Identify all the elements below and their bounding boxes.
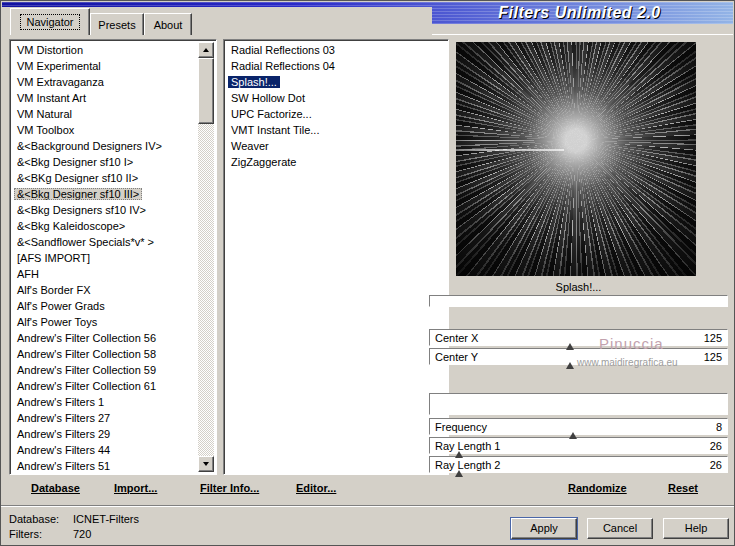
- tab-about[interactable]: About: [144, 13, 192, 35]
- filter-list-item[interactable]: Splash!...: [226, 74, 446, 90]
- navigator-list-item[interactable]: Andrew's Filters 27: [12, 410, 197, 426]
- navigator-list-item[interactable]: &<Bkg Designers sf10 IV>: [12, 202, 197, 218]
- preview-image[interactable]: [456, 42, 696, 276]
- navigator-scrollbar[interactable]: [198, 42, 214, 472]
- filter-list-item[interactable]: Radial Reflections 03: [226, 42, 446, 58]
- randomize-button[interactable]: Randomize: [568, 482, 627, 494]
- slider-thumb-icon[interactable]: [455, 451, 463, 458]
- scroll-down-button[interactable]: [198, 456, 214, 472]
- navigator-list-item[interactable]: Andrew's Filters 1: [12, 394, 197, 410]
- param-row: Ray Length 226: [429, 456, 728, 475]
- navigator-list-item[interactable]: Andrew's Filters 29: [12, 426, 197, 442]
- filter-list-item[interactable]: Radial Reflections 04: [226, 58, 446, 74]
- arrow-down-icon: [203, 462, 209, 466]
- database-button[interactable]: Database: [31, 482, 80, 494]
- arrow-up-icon: [203, 48, 209, 52]
- navigator-list-item[interactable]: &<Bkg Designer sf10 III>: [12, 186, 197, 202]
- filter-list-item[interactable]: UPC Factorize...: [226, 106, 446, 122]
- navigator-list-item[interactable]: VM Instant Art: [12, 90, 197, 106]
- navigator-list-item[interactable]: VM Experimental: [12, 58, 197, 74]
- database-status-label: Database:: [9, 513, 59, 525]
- help-button[interactable]: Help: [663, 518, 729, 539]
- apply-button[interactable]: Apply: [511, 518, 577, 539]
- filters-unlimited-window: Filters Unlimited 2.0 Navigator Presets …: [0, 0, 735, 546]
- navigator-list-item[interactable]: VM Distortion: [12, 42, 197, 58]
- param-value: 125: [704, 351, 722, 363]
- navigator-list-item[interactable]: Andrew's Filter Collection 56: [12, 330, 197, 346]
- filter-list-item[interactable]: Weaver: [226, 138, 446, 154]
- watermark-name: Pinuccia: [599, 335, 664, 352]
- param-row: Ray Length 126: [429, 437, 728, 456]
- filter-info-button[interactable]: Filter Info...: [200, 482, 259, 494]
- tab-presets-label: Presets: [98, 19, 135, 31]
- scroll-up-button[interactable]: [198, 42, 214, 58]
- param-label: Ray Length 1: [435, 440, 500, 452]
- navigator-list-item[interactable]: Andrew's Filter Collection 61: [12, 378, 197, 394]
- database-status-value: ICNET-Filters: [73, 513, 139, 525]
- navigator-list-item[interactable]: &<Bkg Kaleidoscope>: [12, 218, 197, 234]
- reset-button[interactable]: Reset: [668, 482, 698, 494]
- navigator-list-item[interactable]: Alf's Power Grads: [12, 298, 197, 314]
- cancel-button[interactable]: Cancel: [587, 518, 653, 539]
- progress-bar: [429, 295, 728, 307]
- param-group-bottom: Frequency8Ray Length 126Ray Length 226: [429, 418, 728, 475]
- navigator-list-items: VM DistortionVM ExperimentalVM Extravaga…: [12, 42, 197, 472]
- param-slider-bar[interactable]: Ray Length 226: [429, 456, 728, 473]
- navigator-list: VM DistortionVM ExperimentalVM Extravaga…: [9, 39, 217, 475]
- filter-list: Radial Reflections 03Radial Reflections …: [223, 39, 449, 475]
- param-row: Center X125: [429, 329, 728, 348]
- param-value: 26: [710, 440, 722, 452]
- empty-param-panel: [429, 393, 728, 415]
- navigator-list-item[interactable]: VM Natural: [12, 106, 197, 122]
- preview-caption: Splash!...: [429, 281, 728, 293]
- scrollbar-thumb[interactable]: [198, 58, 214, 124]
- slider-thumb-icon[interactable]: [566, 362, 574, 369]
- param-row: Frequency8: [429, 418, 728, 437]
- filter-list-item[interactable]: VMT Instant Tile...: [226, 122, 446, 138]
- navigator-list-item[interactable]: Andrew's Filter Collection 58: [12, 346, 197, 362]
- navigator-list-item[interactable]: Andrew's Filter Collection 59: [12, 362, 197, 378]
- navigator-list-item[interactable]: &<Sandflower Specials*v* >: [12, 234, 197, 250]
- navigator-list-item[interactable]: Andrew's Filters 51: [12, 458, 197, 472]
- slider-thumb-icon[interactable]: [566, 343, 574, 350]
- navigator-list-item[interactable]: AFH: [12, 266, 197, 282]
- param-value: 26: [710, 459, 722, 471]
- bottom-divider: [1, 505, 734, 507]
- navigator-list-item[interactable]: &<Bkg Designer sf10 I>: [12, 154, 197, 170]
- filters-count-label: Filters:: [9, 528, 42, 540]
- tab-navigator-label: Navigator: [20, 14, 79, 30]
- param-label: Frequency: [435, 421, 487, 433]
- navigator-list-item[interactable]: [AFS IMPORT]: [12, 250, 197, 266]
- navigator-list-item[interactable]: VM Extravaganza: [12, 74, 197, 90]
- watermark-url: www.maidiregrafica.eu: [577, 357, 678, 368]
- param-label: Center X: [435, 332, 478, 344]
- param-slider-bar[interactable]: Center X125: [429, 329, 728, 346]
- tab-presets[interactable]: Presets: [90, 13, 144, 35]
- navigator-list-item[interactable]: &<Background Designers IV>: [12, 138, 197, 154]
- slider-thumb-icon[interactable]: [569, 432, 577, 439]
- navigator-list-item[interactable]: Alf's Power Toys: [12, 314, 197, 330]
- param-label: Ray Length 2: [435, 459, 500, 471]
- param-value: 125: [704, 332, 722, 344]
- filters-count-value: 720: [73, 528, 91, 540]
- navigator-list-item[interactable]: &<BKg Designer sf10 II>: [12, 170, 197, 186]
- navigator-list-item[interactable]: Andrew's Filters 44: [12, 442, 197, 458]
- tab-navigator[interactable]: Navigator: [10, 8, 90, 35]
- filter-list-items: Radial Reflections 03Radial Reflections …: [226, 42, 446, 472]
- slider-thumb-icon[interactable]: [455, 470, 463, 477]
- import-button[interactable]: Import...: [114, 482, 157, 494]
- window-title: Filters Unlimited 2.0: [434, 2, 725, 24]
- tab-strip: Navigator Presets About: [2, 7, 432, 35]
- tab-about-label: About: [154, 19, 183, 31]
- filter-list-item[interactable]: ZigZaggerate: [226, 154, 446, 170]
- param-slider-bar[interactable]: Ray Length 126: [429, 437, 728, 454]
- navigator-list-item[interactable]: Alf's Border FX: [12, 282, 197, 298]
- filter-list-item[interactable]: SW Hollow Dot: [226, 90, 446, 106]
- param-value: 8: [716, 421, 722, 433]
- param-label: Center Y: [435, 351, 478, 363]
- param-slider-bar[interactable]: Frequency8: [429, 418, 728, 435]
- navigator-list-item[interactable]: VM Toolbox: [12, 122, 197, 138]
- editor-button[interactable]: Editor...: [296, 482, 336, 494]
